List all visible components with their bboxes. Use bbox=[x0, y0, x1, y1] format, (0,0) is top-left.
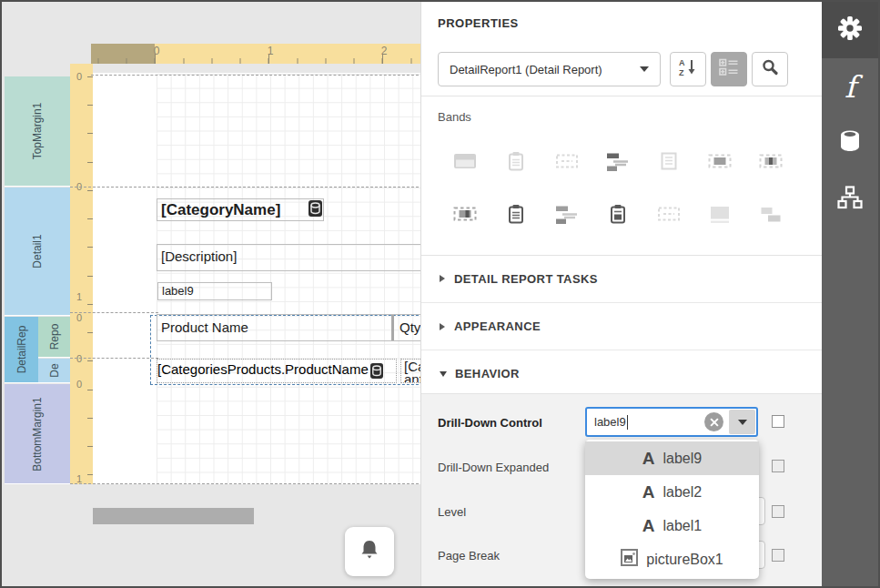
svg-text:Z: Z bbox=[679, 68, 684, 77]
drill-down-control-checkbox[interactable] bbox=[772, 415, 784, 428]
band-icon-subband[interactable] bbox=[745, 198, 796, 229]
behavior-section-content: Drill-Down Control Drill-Down Expanded L… bbox=[421, 393, 822, 586]
band-separator bbox=[70, 312, 158, 313]
properties-panel: PROPERTIES DetailReport1 (Detail Report)… bbox=[420, 2, 822, 586]
chevron-down-icon bbox=[440, 371, 447, 377]
dropdown-item-picturebox1[interactable]: pictureBox1 bbox=[585, 542, 759, 576]
chevron-right-icon bbox=[440, 323, 445, 330]
page-break-checkbox[interactable] bbox=[772, 549, 784, 562]
section-behavior[interactable]: BEHAVIOR bbox=[421, 350, 822, 397]
toolbar-item-properties[interactable] bbox=[822, 2, 878, 58]
function-icon: f bbox=[845, 72, 855, 102]
section-detail-report-tasks[interactable]: DETAIL REPORT TASKS bbox=[421, 255, 822, 302]
drill-down-control-input[interactable]: label9 bbox=[587, 415, 626, 429]
band-icon-reportheader[interactable] bbox=[491, 146, 541, 177]
band-icon-subdetail[interactable] bbox=[541, 198, 592, 229]
level-checkbox[interactable] bbox=[772, 505, 784, 518]
property-label-drill-down-control: Drill-Down Control bbox=[438, 416, 542, 430]
label-description[interactable]: [Description] bbox=[157, 244, 421, 271]
table-cell-productname[interactable]: [CategoriesProducts.ProductName bbox=[157, 359, 397, 383]
band-strip-detail2[interactable]: De bbox=[38, 359, 70, 383]
band-icons-row1 bbox=[440, 146, 796, 177]
panel-title: PROPERTIES bbox=[438, 16, 519, 30]
ruler-number: 1 bbox=[268, 45, 274, 57]
design-surface: 0 1 2 0 0 1 0 0 0 1 TopMargin1 Detail1 D… bbox=[2, 2, 421, 586]
clear-icon[interactable] bbox=[704, 412, 723, 431]
band-icon-verticalheader[interactable] bbox=[694, 146, 745, 177]
band-strip-topmargin[interactable]: TopMargin1 bbox=[5, 76, 70, 187]
band-strip-detail1[interactable]: Detail1 bbox=[5, 188, 70, 316]
vertical-ruler: 0 0 1 0 0 0 1 bbox=[70, 64, 93, 484]
picturebox-icon bbox=[621, 549, 638, 570]
search-properties-button[interactable] bbox=[752, 52, 788, 86]
element-selector-dropdown[interactable]: DetailReport1 (Detail Report) bbox=[438, 52, 661, 86]
toolbar-item-field-list[interactable] bbox=[822, 115, 878, 171]
ruler-number: 1 bbox=[76, 291, 82, 302]
ruler-number: 0 bbox=[76, 353, 82, 364]
band-icon-reportfooter[interactable] bbox=[694, 198, 745, 229]
dropdown-item-label9[interactable]: A label9 bbox=[585, 441, 759, 475]
band-icon-pageheader[interactable] bbox=[491, 198, 541, 229]
table-data-row[interactable]: [CategoriesProducts.ProductName [Ca anti bbox=[157, 359, 421, 383]
divider bbox=[421, 96, 822, 96]
toolbar-item-report-explorer[interactable] bbox=[822, 171, 878, 228]
label-icon: A bbox=[642, 483, 655, 501]
table-cell-quantity[interactable]: [Ca anti bbox=[400, 359, 421, 383]
label-description-text: [Description] bbox=[157, 245, 421, 264]
sort-az-icon: AZ bbox=[678, 57, 698, 81]
label-categoryname-text: [CategoryName] bbox=[157, 199, 323, 219]
label-label9[interactable]: label9 bbox=[157, 282, 272, 300]
band-separator bbox=[70, 358, 158, 359]
drill-down-control-combobox[interactable]: label9 bbox=[585, 407, 758, 437]
horizontal-ruler-inch-ticks bbox=[91, 54, 421, 64]
band-strip-reportheader[interactable]: Repo bbox=[38, 317, 70, 358]
table-header-row[interactable]: Product Name Qty bbox=[157, 314, 421, 341]
ruler-number: 0 bbox=[154, 45, 160, 57]
ruler-number: 0 bbox=[76, 71, 82, 82]
horizontal-scrollbar-thumb[interactable] bbox=[93, 508, 254, 524]
toolbar-item-expressions[interactable]: f bbox=[822, 58, 878, 115]
sort-alphabetical-button[interactable]: AZ bbox=[670, 52, 706, 86]
band-icon-groupband[interactable] bbox=[643, 198, 694, 229]
drill-down-expanded-checkbox[interactable] bbox=[772, 460, 784, 472]
band-strip-label: TopMargin1 bbox=[31, 103, 44, 160]
database-icon bbox=[838, 128, 862, 157]
band-icon-groupheader[interactable] bbox=[541, 146, 592, 177]
search-icon bbox=[761, 58, 779, 80]
bell-icon bbox=[358, 538, 381, 565]
band-icon-pagefooter[interactable] bbox=[592, 198, 643, 229]
dropdown-item-label2[interactable]: A label2 bbox=[585, 475, 759, 509]
band-icon-topmargin[interactable] bbox=[440, 146, 491, 177]
gear-icon bbox=[836, 15, 864, 46]
band-strip-detailreport[interactable]: DetailRep bbox=[5, 317, 38, 383]
table-header-cell-qty: Qty bbox=[396, 318, 421, 340]
property-label-level: Level bbox=[438, 505, 466, 519]
cell-divider[interactable] bbox=[391, 315, 394, 340]
band-icon-groupfooter[interactable] bbox=[643, 146, 694, 177]
hierarchy-icon bbox=[837, 186, 863, 213]
svg-text:A: A bbox=[679, 58, 685, 67]
band-icon-verticaltotal[interactable] bbox=[440, 198, 491, 229]
text-caret bbox=[627, 415, 628, 430]
designer-side-toolbar: f bbox=[822, 2, 878, 586]
dropdown-item-label1[interactable]: A label1 bbox=[585, 509, 759, 542]
band-separator bbox=[91, 75, 421, 76]
band-strip-label: Repo bbox=[48, 324, 61, 350]
combo-dropdown-button[interactable] bbox=[729, 410, 755, 434]
band-strip-bottommargin[interactable]: BottomMargin1 bbox=[5, 384, 70, 484]
label-label9-text: label9 bbox=[158, 283, 271, 298]
section-appearance[interactable]: APPEARANCE bbox=[421, 302, 822, 350]
design-grid bbox=[157, 74, 421, 483]
band-strip-label: BottomMargin1 bbox=[31, 397, 44, 471]
label-icon: A bbox=[642, 450, 655, 467]
chevron-right-icon bbox=[440, 275, 445, 282]
band-icon-verticaldetail[interactable] bbox=[745, 146, 796, 177]
band-icon-detail[interactable] bbox=[592, 146, 643, 177]
band-strip-label: Detail1 bbox=[31, 234, 44, 268]
ruler-number: 0 bbox=[76, 312, 82, 323]
field-binding-icon bbox=[309, 200, 322, 220]
notifications-button[interactable] bbox=[345, 527, 394, 576]
label-categoryname[interactable]: [CategoryName] bbox=[157, 198, 324, 221]
category-view-toggle-button[interactable] bbox=[711, 52, 747, 86]
chevron-down-icon bbox=[738, 420, 747, 425]
